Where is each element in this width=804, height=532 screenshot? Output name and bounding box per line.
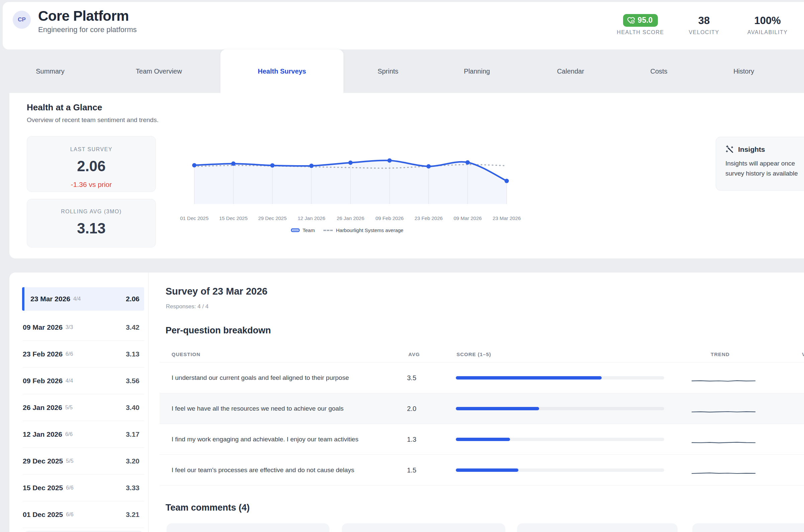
tab-history[interactable]: History <box>714 50 774 93</box>
header-kpis: 95.0 HEALTH SCORE 38 VELOCITY 100% AVAIL… <box>609 14 799 35</box>
team-series-swatch <box>291 228 300 232</box>
svg-text:01 Dec 2025: 01 Dec 2025 <box>180 215 208 221</box>
survey-list-item[interactable]: 29 Dec 20255/53.20 <box>23 448 144 474</box>
survey-list-item-partial[interactable] <box>24 531 143 532</box>
svg-text:26 Jan 2026: 26 Jan 2026 <box>337 215 365 221</box>
survey-date: 29 Dec 2025 <box>23 457 63 465</box>
chart-legend: Team Harbourlight Systems average <box>177 227 518 233</box>
tab-calendar[interactable]: Calendar <box>540 50 601 93</box>
survey-list-item[interactable]: 26 Jan 20265/53.40 <box>23 394 144 421</box>
tab-costs[interactable]: Costs <box>629 50 689 93</box>
survey-detail-panel: Survey of 23 Mar 2026 Responses: 4 / 4 P… <box>156 272 804 532</box>
last-survey-label: LAST SURVEY <box>27 147 155 152</box>
last-survey-value: 2.06 <box>27 158 155 174</box>
last-survey-delta: -1.36 vs prior <box>27 180 155 189</box>
survey-date: 09 Mar 2026 <box>23 323 62 331</box>
question-text: I find my work engaging and achievable. … <box>172 434 379 444</box>
insights-body-line1: Insights will appear once <box>725 158 804 169</box>
tab-summary[interactable]: Summary <box>20 50 80 93</box>
survey-response-ratio: 6/6 <box>66 512 73 518</box>
list-panel-divider <box>148 272 149 532</box>
survey-score: 2.06 <box>126 295 139 303</box>
survey-list-item[interactable]: 09 Mar 20263/33.42 <box>23 314 144 341</box>
survey-response-ratio: 5/5 <box>65 405 73 411</box>
score-bar-track <box>456 438 664 441</box>
svg-text:15 Dec 2025: 15 Dec 2025 <box>219 215 248 221</box>
survey-response-ratio: 4/4 <box>65 378 73 384</box>
health-score-value: 95.0 <box>638 16 653 25</box>
comment-card <box>517 523 677 532</box>
col-trend: TREND <box>711 352 730 357</box>
comments-title: Team comments (4) <box>166 502 250 513</box>
rolling-avg-value: 3.13 <box>27 220 155 237</box>
health-score-badge: 95.0 <box>623 14 658 27</box>
comment-card <box>692 523 804 532</box>
survey-response-ratio: 5/5 <box>66 458 73 464</box>
tab-health-surveys[interactable]: Health Surveys <box>221 50 343 93</box>
heart-check-icon <box>627 17 635 24</box>
availability-label: AVAILABILITY <box>736 30 799 35</box>
survey-list-item[interactable]: 12 Jan 20266/63.17 <box>23 421 144 448</box>
survey-date: 01 Dec 2025 <box>23 511 63 519</box>
svg-text:09 Mar 2026: 09 Mar 2026 <box>454 215 482 221</box>
survey-response-ratio: 6/6 <box>65 431 73 437</box>
survey-list-item[interactable]: 23 Feb 20266/63.13 <box>23 341 144 367</box>
tab-sprints[interactable]: Sprints <box>358 50 418 93</box>
header: CP Core Platform Engineering for core pl… <box>3 2 804 50</box>
survey-date: 23 Mar 2026 <box>31 295 70 303</box>
comment-card <box>342 523 505 532</box>
legend-team-label: Team <box>303 227 315 233</box>
trend-sparkline <box>692 438 756 445</box>
breakdown-row: I understand our current goals and feel … <box>159 362 804 393</box>
svg-text:29 Dec 2025: 29 Dec 2025 <box>258 215 287 221</box>
score-bar-track <box>456 469 664 472</box>
insights-title: Insights <box>738 146 765 153</box>
col-score: SCORE (1–5) <box>457 352 491 357</box>
velocity-label: VELOCITY <box>672 30 736 35</box>
survey-score: 3.56 <box>126 377 139 385</box>
breakdown-row: I feel we have all the resources we need… <box>159 393 804 424</box>
question-avg: 3.5 <box>407 374 427 382</box>
breakdown-title: Per-question breakdown <box>166 325 271 336</box>
survey-list-item[interactable]: 15 Dec 20256/63.33 <box>23 474 144 501</box>
survey-date: 23 Feb 2026 <box>23 350 62 358</box>
survey-list: 23 Mar 20264/42.0609 Mar 20263/33.4223 F… <box>9 287 148 532</box>
question-avg: 1.5 <box>407 466 427 474</box>
trend-sparkline <box>692 407 756 414</box>
kpi-health-score: 95.0 HEALTH SCORE <box>609 14 672 35</box>
question-text: I feel we have all the resources we need… <box>172 404 379 413</box>
magic-wand-icon <box>725 145 734 154</box>
survey-list-item[interactable]: 09 Feb 20264/43.56 <box>23 367 144 394</box>
breakdown-table-header: QUESTION AVG SCORE (1–5) TREND VS <box>156 349 804 362</box>
benchmark-series-swatch <box>323 230 333 231</box>
insights-body: Insights will appear once survey history… <box>725 158 804 179</box>
question-avg: 1.3 <box>407 435 427 443</box>
question-text: I understand our current goals and feel … <box>172 373 379 382</box>
survey-response-ratio: 6/6 <box>66 485 73 491</box>
col-avg: AVG <box>408 352 420 357</box>
survey-date: 12 Jan 2026 <box>23 430 62 438</box>
health-score-label: HEALTH SCORE <box>609 30 672 35</box>
question-avg: 2.0 <box>407 405 427 412</box>
question-text: I feel our team's processes are effectiv… <box>172 465 379 475</box>
glance-title: Health at a Glance <box>27 102 102 113</box>
survey-list-item[interactable]: 01 Dec 20256/63.21 <box>23 501 144 528</box>
tab-team-overview[interactable]: Team Overview <box>117 50 201 93</box>
availability-value: 100% <box>736 14 799 27</box>
score-bar-fill <box>456 376 602 380</box>
insights-header: Insights <box>725 145 804 154</box>
velocity-value: 38 <box>672 14 736 27</box>
insights-body-line2: survey history is available <box>725 169 804 178</box>
svg-text:12 Jan 2026: 12 Jan 2026 <box>298 215 325 221</box>
rolling-avg-card: ROLLING AVG (3MO) 3.13 <box>27 199 156 247</box>
score-bar-fill <box>456 469 518 472</box>
team-identity: CP Core Platform Engineering for core pl… <box>13 8 137 34</box>
tab-planning[interactable]: Planning <box>447 50 507 93</box>
survey-list-item[interactable]: 23 Mar 20264/42.06 <box>22 287 144 311</box>
score-bar-track <box>456 407 664 410</box>
health-glance-section: Health at a Glance Overview of recent te… <box>9 93 804 259</box>
survey-score: 3.20 <box>126 457 139 465</box>
col-vs: VS <box>802 352 804 357</box>
breakdown-row: I find my work engaging and achievable. … <box>159 424 804 455</box>
survey-response-ratio: 4/4 <box>73 296 81 302</box>
